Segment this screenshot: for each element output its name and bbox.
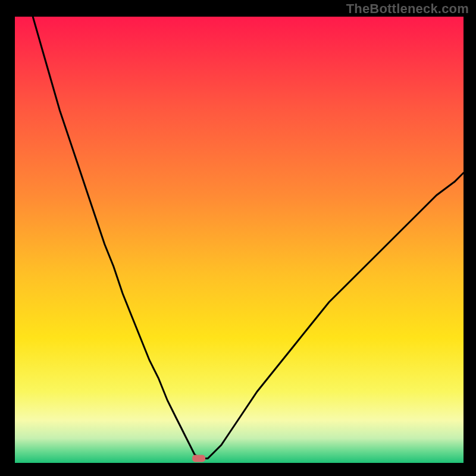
gradient-background bbox=[15, 17, 464, 463]
chart-frame: TheBottleneck.com bbox=[0, 0, 476, 476]
plot-area bbox=[15, 17, 464, 463]
plot-svg bbox=[15, 17, 464, 463]
watermark-text: TheBottleneck.com bbox=[346, 1, 469, 17]
marker-pill bbox=[192, 455, 205, 462]
